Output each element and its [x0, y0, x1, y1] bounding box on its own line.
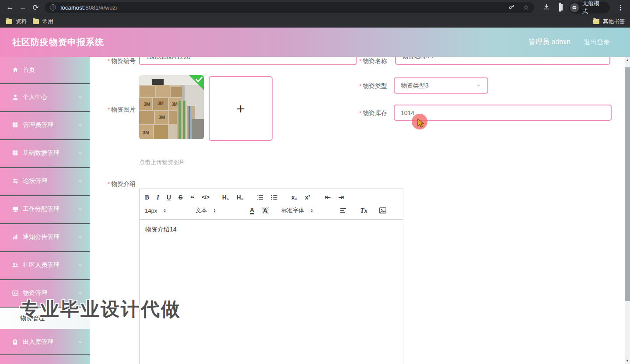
chevron-down-icon — [78, 205, 83, 213]
paragraph-select[interactable]: 文本 ▲▼ — [196, 206, 238, 214]
sidebar-item-notice-mgmt[interactable]: 通知公告管理 — [0, 224, 90, 250]
chevron-down-icon — [78, 121, 83, 129]
app-header: 社区防疫物资申报系统 管理员 admin 退出登录 — [0, 28, 630, 57]
header2-icon[interactable]: H₂ — [237, 194, 244, 200]
type-select[interactable]: 物资类型3 — [394, 77, 488, 94]
logout-link[interactable]: 退出登录 — [584, 38, 610, 46]
code-icon[interactable]: </> — [202, 195, 209, 200]
subscript-icon[interactable]: x₂ — [291, 194, 298, 200]
italic-icon[interactable]: I — [157, 194, 159, 201]
underline-icon[interactable]: U — [167, 194, 171, 200]
bookmark-star-icon[interactable]: ☆ — [523, 4, 529, 11]
scrollbar-thumb[interactable] — [625, 67, 630, 301]
editor-content[interactable]: 物资介绍14 — [140, 220, 403, 240]
url-text: localhost:8081/#/wuzi — [60, 4, 117, 11]
select-chevron-icon — [476, 83, 481, 89]
outdent-icon[interactable]: ⇤ — [325, 194, 330, 201]
updown-icon: ▲▼ — [213, 208, 216, 213]
home-icon — [12, 66, 19, 74]
folder-icon — [593, 19, 599, 24]
bullet-list-icon[interactable] — [271, 194, 278, 200]
highlight-color-icon[interactable]: A — [262, 207, 269, 214]
incognito-label: 无痕模式 — [582, 0, 605, 15]
name-input[interactable] — [395, 57, 610, 65]
sidebar-item-admin-mgmt[interactable]: 管理员管理 — [0, 112, 90, 138]
bookmark-folder-changyong[interactable]: 常用 — [33, 18, 53, 25]
split-screen-icon[interactable] — [559, 4, 561, 11]
watermark-text: 专业毕业设计代做 — [20, 297, 181, 322]
sidebar-item-inout-warehouse-mgmt[interactable]: 出入库管理 — [0, 329, 90, 355]
svg-text:3M: 3M — [172, 102, 178, 107]
sidebar-item-label: 工作分配管理 — [23, 205, 60, 213]
site-info-icon[interactable]: i — [50, 4, 56, 10]
image-icon — [12, 290, 19, 297]
blockquote-icon[interactable]: ❝ — [190, 195, 194, 203]
editor-toolbar: B I U S ❝ </> H₁ H₂ x₂ x² ⇤ ⇥ 14px ▲▼ — [140, 189, 403, 220]
folder-icon — [33, 19, 39, 24]
align-icon[interactable] — [340, 208, 346, 214]
sidebar-item-basedata-mgmt[interactable]: 基础数据管理 — [0, 140, 90, 166]
superscript-icon[interactable]: x² — [305, 194, 310, 200]
other-bookmarks[interactable]: 其他书签 — [593, 18, 625, 25]
monitor-icon — [12, 206, 19, 213]
sidebar-item-profile[interactable]: 个人中心 — [0, 84, 90, 110]
code-input[interactable] — [139, 57, 357, 65]
reload-icon[interactable]: ⟳ — [29, 3, 42, 12]
sidebar-item-home[interactable]: 首页 — [0, 57, 90, 83]
indent-icon[interactable]: ⇥ — [338, 194, 344, 201]
svg-text:3M: 3M — [144, 102, 150, 107]
user-icon — [12, 94, 19, 101]
chart-icon — [12, 234, 19, 241]
scroll-up-icon[interactable]: ▲ — [625, 58, 630, 62]
header1-icon[interactable]: H₁ — [222, 194, 229, 200]
font-family-select[interactable]: 标准字体 ▲▼ — [281, 206, 329, 214]
strikethrough-icon[interactable]: S — [178, 194, 182, 200]
sidebar-item-forum-mgmt[interactable]: 论坛管理 — [0, 168, 90, 194]
browser-menu-icon[interactable]: ⋮ — [617, 4, 624, 12]
chevron-down-icon — [78, 233, 83, 241]
sidebar-item-label: 论坛管理 — [23, 177, 47, 185]
chevron-down-icon — [78, 289, 83, 297]
downloads-icon[interactable] — [543, 3, 550, 12]
sidebar-item-label: 社区人员管理 — [23, 261, 60, 269]
chevron-down-icon — [78, 261, 83, 269]
sidebar-item-label: 个人中心 — [23, 93, 47, 101]
incognito-badge[interactable]: 无痕模式 — [569, 2, 610, 14]
font-size-select[interactable]: 14px ▲▼ — [145, 207, 182, 214]
ordered-list-icon[interactable] — [256, 194, 263, 200]
bookmarks-divider — [587, 18, 587, 25]
field-label-stock: *物资库存 — [326, 109, 387, 117]
field-label-intro: *物资介绍 — [90, 180, 136, 188]
address-bar[interactable]: i localhost:8081/#/wuzi ☆ — [45, 2, 534, 13]
type-select-value: 物资类型3 — [401, 82, 429, 90]
page-scrollbar[interactable]: ▲ ▼ — [625, 57, 630, 364]
chevron-down-icon — [78, 338, 83, 346]
back-icon[interactable]: ← — [4, 3, 16, 12]
svg-text:3M: 3M — [158, 101, 164, 106]
sidebar-item-label: 基础数据管理 — [23, 149, 60, 157]
bookmark-folder-ziliao[interactable]: 资料 — [6, 18, 27, 25]
upload-hint[interactable]: 点击上传物资图片 — [139, 158, 185, 166]
uploaded-material-photo[interactable]: 3M 3M 3M 3M 3M — [139, 75, 204, 139]
forward-icon[interactable]: → — [16, 3, 29, 12]
clear-format-icon[interactable]: Tx — [360, 207, 368, 214]
sidebar-item-label: 出入库管理 — [23, 338, 53, 346]
svg-text:3M: 3M — [158, 115, 165, 120]
field-label-image: *物资图片 — [90, 106, 136, 114]
sidebar-item-community-people-mgmt[interactable]: 社区人员管理 — [0, 252, 90, 278]
grid-icon — [12, 122, 19, 129]
url-path: :8081/#/wuzi — [84, 4, 117, 11]
browser-toolbar: ← → ⟳ i localhost:8081/#/wuzi ☆ 无痕模式 ⋮ — [0, 0, 630, 15]
scroll-down-icon[interactable]: ▼ — [625, 359, 630, 363]
password-key-icon[interactable] — [508, 4, 515, 12]
folder-icon — [6, 19, 12, 24]
sidebar-item-work-assign-mgmt[interactable]: 工作分配管理 — [0, 196, 90, 222]
bookmarks-bar: 资料 常用 其他书签 — [0, 15, 630, 28]
text-color-icon[interactable]: A — [250, 207, 254, 214]
bold-icon[interactable]: B — [145, 194, 149, 201]
upload-image-button[interactable]: + — [209, 76, 273, 141]
sidebar-item-label: 首页 — [23, 66, 35, 74]
insert-image-icon[interactable] — [379, 207, 386, 214]
clipboard-icon — [12, 339, 19, 346]
incognito-icon — [570, 3, 579, 12]
